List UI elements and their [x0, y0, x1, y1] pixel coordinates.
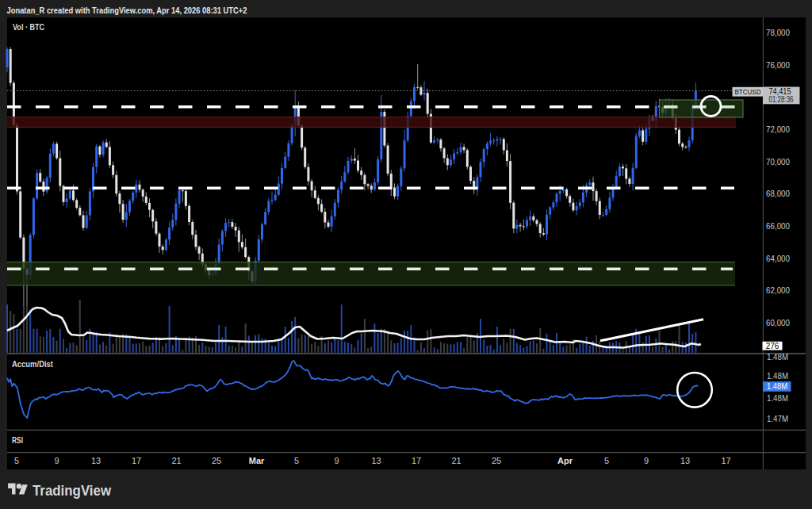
svg-text:Jonatan_R created with Trading: Jonatan_R created with TradingView.com, … — [7, 6, 247, 15]
svg-text:5: 5 — [604, 456, 609, 465]
svg-text:25: 25 — [492, 456, 501, 465]
svg-text:25: 25 — [212, 456, 221, 465]
svg-text:TradingView: TradingView — [33, 482, 111, 499]
svg-text:276: 276 — [766, 342, 779, 350]
svg-text:5: 5 — [14, 456, 19, 465]
svg-text:RSI: RSI — [12, 435, 23, 445]
svg-text:Vol · BTC: Vol · BTC — [13, 22, 44, 32]
svg-text:13: 13 — [371, 456, 381, 465]
svg-text:17: 17 — [412, 456, 421, 465]
svg-text:17: 17 — [132, 456, 141, 465]
svg-text:9: 9 — [644, 456, 649, 465]
svg-text:68,000: 68,000 — [766, 189, 790, 198]
svg-text:62,000: 62,000 — [766, 285, 790, 295]
svg-text:Apr: Apr — [557, 456, 573, 465]
svg-text:17: 17 — [721, 456, 730, 465]
svg-text:13: 13 — [91, 456, 101, 465]
svg-text:70,000: 70,000 — [766, 157, 790, 166]
svg-text:1.47M: 1.47M — [767, 414, 788, 423]
svg-text:1.48M: 1.48M — [767, 352, 788, 362]
svg-text:1.48M: 1.48M — [767, 381, 787, 391]
svg-text:1.48M: 1.48M — [767, 393, 788, 403]
svg-text:72,000: 72,000 — [766, 124, 790, 134]
svg-text:76,000: 76,000 — [766, 60, 790, 70]
svg-text:9: 9 — [334, 456, 339, 465]
svg-text:5: 5 — [294, 456, 299, 465]
svg-text:BTCUSD: BTCUSD — [735, 87, 761, 96]
svg-text:9: 9 — [54, 456, 59, 465]
svg-text:78,000: 78,000 — [766, 28, 790, 37]
svg-text:01:28:36: 01:28:36 — [769, 95, 794, 104]
svg-text:60,000: 60,000 — [766, 318, 790, 327]
svg-text:13: 13 — [680, 456, 690, 465]
svg-text:21: 21 — [171, 456, 181, 465]
svg-text:64,000: 64,000 — [766, 254, 790, 263]
svg-text:66,000: 66,000 — [766, 221, 790, 231]
svg-text:74,415: 74,415 — [769, 86, 791, 96]
svg-text:Mar: Mar — [249, 456, 265, 465]
svg-text:21: 21 — [451, 456, 461, 465]
svg-text:1.48M: 1.48M — [767, 371, 788, 381]
svg-text:Accum/Dist: Accum/Dist — [12, 359, 53, 369]
